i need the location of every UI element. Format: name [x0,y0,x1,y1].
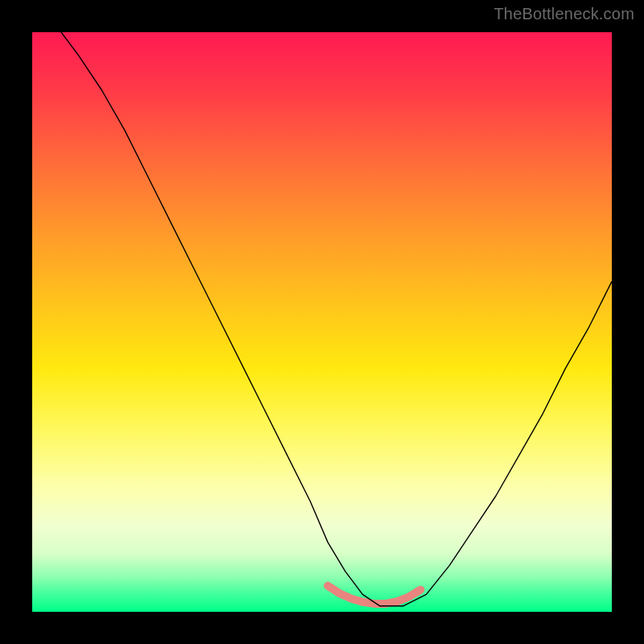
chart-svg [32,32,612,612]
series-optimal-range-highlight [328,586,420,604]
watermark-text: TheBottleneck.com [493,5,634,23]
series-bottleneck-curve [61,32,612,606]
chart-frame: TheBottleneck.com [0,0,644,644]
plot-area [32,32,612,612]
